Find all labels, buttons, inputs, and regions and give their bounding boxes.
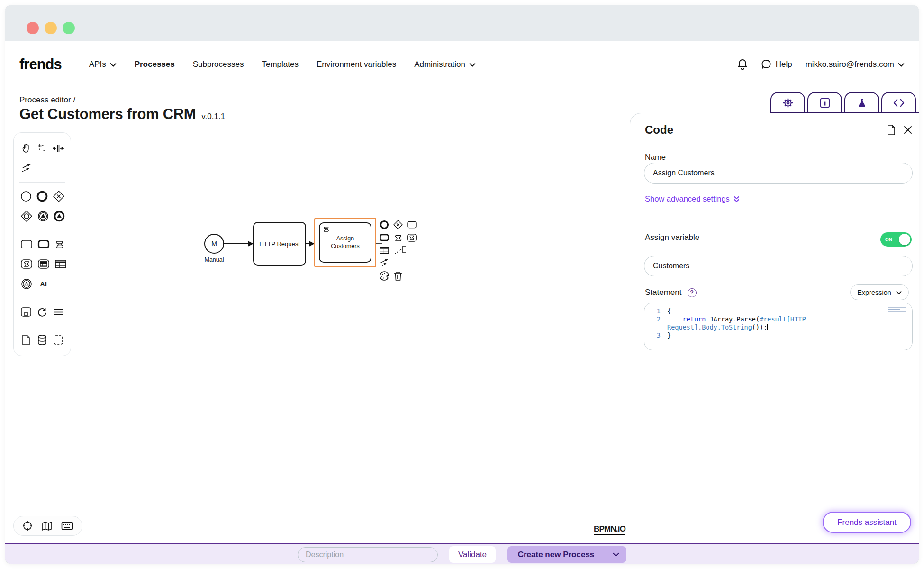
assign-variable-label: Assign variable <box>645 233 699 242</box>
notifications-bell-icon[interactable] <box>737 59 748 70</box>
start-event-icon[interactable] <box>20 190 32 202</box>
append-call-activity-icon[interactable] <box>379 232 390 243</box>
ai-task-icon[interactable]: AI <box>37 278 50 290</box>
append-task-icon[interactable] <box>407 220 417 230</box>
database-icon[interactable] <box>36 334 48 346</box>
task-assign-customers[interactable]: Assign Customers <box>319 222 371 263</box>
space-tool-icon[interactable] <box>53 142 64 155</box>
assign-variable-toggle[interactable]: ON <box>880 232 912 247</box>
tab-code[interactable] <box>881 92 916 113</box>
nav-item-subprocesses[interactable]: Subprocesses <box>193 60 244 69</box>
window-titlebar <box>5 5 919 41</box>
chevron-down-icon <box>898 63 905 67</box>
lasso-tool-icon[interactable] <box>36 142 48 155</box>
statement-type-select[interactable]: Expression <box>850 284 909 300</box>
create-process-group: Create new Process <box>507 546 626 563</box>
delete-trash-icon[interactable] <box>393 271 403 281</box>
connect-arrows-icon[interactable] <box>379 258 390 268</box>
end-throw-event-icon[interactable] <box>54 210 65 222</box>
new-file-icon[interactable] <box>20 334 32 346</box>
bpmn-io-logo[interactable]: BPMN.iO <box>594 524 625 535</box>
name-input[interactable] <box>644 163 913 184</box>
code-shape-icon[interactable] <box>54 238 65 250</box>
subprocess-icon[interactable] <box>20 306 32 318</box>
task-http-request[interactable]: HTTP Request <box>253 222 306 266</box>
canvas-controls <box>13 516 82 536</box>
reset-viewport-icon[interactable] <box>22 521 33 531</box>
minimap-icon[interactable] <box>41 521 53 531</box>
variable-name-input[interactable] <box>644 256 913 276</box>
nav-item-apis[interactable]: APIs <box>89 60 117 69</box>
hand-tool-icon[interactable] <box>20 142 32 155</box>
append-end-event-icon[interactable] <box>379 220 390 230</box>
create-new-process-button[interactable]: Create new Process <box>507 546 605 563</box>
frends-logo[interactable]: frends <box>19 56 62 73</box>
frends-assistant-button[interactable]: Frends assistant <box>823 512 911 533</box>
append-data-table-icon[interactable] <box>379 245 390 256</box>
start-event-manual[interactable]: M <box>204 234 224 254</box>
call-activity-icon[interactable] <box>37 238 50 250</box>
code-shape-icon <box>323 226 330 232</box>
code-task-icon[interactable] <box>20 258 33 270</box>
menu-lines-icon[interactable] <box>53 306 64 318</box>
append-code-task-icon[interactable] <box>407 232 417 243</box>
nav-item-templates[interactable]: Templates <box>262 60 298 69</box>
chevron-down-icon <box>613 552 619 557</box>
code-brackets-icon <box>893 98 905 108</box>
code-panel: Code Name Show advanced settings Assign … <box>630 113 919 544</box>
keyboard-shortcuts-icon[interactable] <box>61 522 73 530</box>
data-table-icon[interactable] <box>54 258 67 270</box>
new-document-icon[interactable] <box>887 124 896 136</box>
show-advanced-settings-link[interactable]: Show advanced settings <box>645 194 740 203</box>
name-label: Name <box>645 153 666 162</box>
code-editor[interactable]: 1{2 return JArray.Parse(#result[HTTP Req… <box>644 303 913 350</box>
append-gateway-icon[interactable] <box>393 220 403 230</box>
chevron-down-icon <box>110 63 117 67</box>
toggle-on-label: ON <box>885 237 892 242</box>
intermediate-throw-event-icon[interactable] <box>37 210 49 222</box>
tab-info[interactable] <box>807 92 842 113</box>
close-window-button[interactable] <box>27 22 39 34</box>
table-task-icon[interactable] <box>37 258 50 270</box>
nav-item-processes[interactable]: Processes <box>135 60 175 69</box>
description-input[interactable] <box>298 547 438 562</box>
color-palette-icon[interactable] <box>379 271 390 281</box>
nav-item-environment-variables[interactable]: Environment variables <box>317 60 396 69</box>
maximize-window-button[interactable] <box>63 22 75 34</box>
nav-right-group: Help mikko.sairo@frends.com <box>737 59 905 70</box>
nav-item-administration[interactable]: Administration <box>414 60 476 69</box>
minimize-window-button[interactable] <box>45 22 57 34</box>
task-icon[interactable] <box>20 238 33 250</box>
app-window: frends APIs Processes Subprocesses Templ… <box>5 5 919 564</box>
group-icon[interactable] <box>53 334 64 346</box>
end-event-icon[interactable] <box>36 190 48 202</box>
tab-test[interactable] <box>844 92 879 113</box>
page-title: Get Customers from CRM <box>19 106 196 123</box>
nav-menu: APIs Processes Subprocesses Templates En… <box>89 60 476 69</box>
editor-tool-tabs <box>770 92 916 113</box>
bottom-action-bar: Validate Create new Process <box>5 543 919 564</box>
text-annotation-icon[interactable] <box>393 245 412 256</box>
chat-bubble-icon <box>761 59 772 70</box>
top-navigation: frends APIs Processes Subprocesses Templ… <box>5 41 919 88</box>
statement-label: Statement <box>645 288 682 297</box>
gateway-xor-icon[interactable] <box>53 190 65 202</box>
gateway-event-icon[interactable] <box>20 210 33 222</box>
user-email: mikko.sairo@frends.com <box>806 60 894 69</box>
double-chevron-down-icon <box>734 196 740 202</box>
validate-button[interactable]: Validate <box>449 546 496 563</box>
help-button[interactable]: Help <box>761 59 792 70</box>
global-connect-tool-icon[interactable] <box>20 162 33 174</box>
bpmn-palette: AI <box>13 132 71 356</box>
append-code-shape-icon[interactable] <box>393 232 403 243</box>
trigger-event-icon[interactable] <box>20 278 33 290</box>
loop-icon[interactable] <box>36 306 48 318</box>
info-icon <box>820 98 830 108</box>
user-account-menu[interactable]: mikko.sairo@frends.com <box>806 60 905 69</box>
create-process-dropdown-button[interactable] <box>605 546 626 563</box>
breadcrumb[interactable]: Process editor / <box>19 95 75 105</box>
version-badge: v.0.1.1 <box>201 112 225 121</box>
statement-help-icon[interactable]: ? <box>688 288 697 297</box>
tab-settings[interactable] <box>770 92 805 113</box>
close-panel-icon[interactable] <box>904 126 912 134</box>
